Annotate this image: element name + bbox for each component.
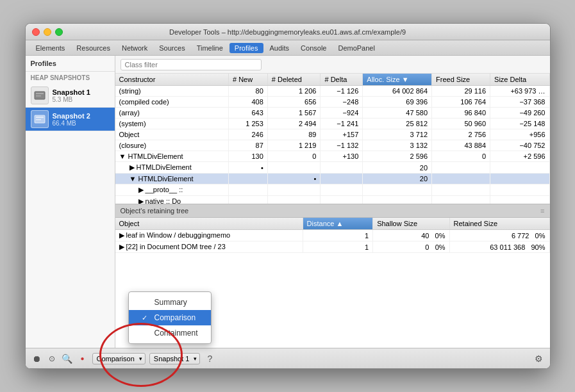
cell-delta bbox=[321, 162, 363, 174]
cell-alloc-size: 3 132 bbox=[363, 140, 432, 151]
menu-timeline[interactable]: Timeline bbox=[192, 43, 228, 53]
cell-constructor: Object bbox=[115, 129, 229, 140]
snapshot-icon-2 bbox=[31, 110, 49, 128]
cell-constructor: (array) bbox=[115, 108, 229, 118]
cell-constructor: ▶ __proto__ :: bbox=[115, 184, 229, 196]
col-new[interactable]: # New bbox=[228, 74, 267, 86]
ret-cell-distance: 1 bbox=[303, 230, 373, 241]
close-button[interactable] bbox=[32, 28, 40, 36]
cell-new: 80 bbox=[228, 86, 267, 97]
col-constructor[interactable]: Constructor bbox=[115, 74, 229, 86]
table-row[interactable]: ▼ HTMLDivElement 130 0 +130 2 596 0 +2 5… bbox=[115, 151, 550, 162]
snapshot-icon-1 bbox=[31, 86, 49, 104]
cell-delta: −1 126 bbox=[321, 86, 363, 97]
table-row[interactable]: (compiled code) 408 656 −248 69 396 106 … bbox=[115, 97, 550, 108]
traffic-lights bbox=[32, 28, 63, 36]
window-title: Developer Tools – http://debuggingmemory… bbox=[169, 28, 406, 36]
table-row[interactable]: (string) 80 1 206 −1 126 64 002 864 29 1… bbox=[115, 86, 550, 97]
cell-deleted: 89 bbox=[267, 129, 321, 140]
snapshot-item-1[interactable]: Snapshot 1 5.3 MB bbox=[26, 84, 115, 108]
title-bar: Developer Tools – http://debuggingmemory… bbox=[26, 24, 550, 40]
view-mode-selector[interactable]: Comparison ▾ bbox=[92, 353, 146, 364]
cell-deleted: 1 219 bbox=[267, 140, 321, 151]
ret-cell-shallow: 40 0% bbox=[373, 230, 449, 241]
scroll-indicator: ≡ bbox=[540, 207, 544, 215]
sidebar: Profiles HEAP SNAPSHOTS Snapshot 1 5.3 M… bbox=[26, 56, 115, 348]
maximize-button[interactable] bbox=[55, 28, 63, 36]
menu-network[interactable]: Network bbox=[117, 43, 153, 53]
search-icon[interactable]: 🔍 bbox=[62, 353, 73, 364]
cell-alloc-size bbox=[363, 196, 432, 204]
retaining-row[interactable]: ▶ leaf in Window / debuggingmemo 1 40 0%… bbox=[115, 230, 550, 241]
menu-profiles[interactable]: Profiles bbox=[229, 43, 263, 53]
ret-col-distance[interactable]: Distance ▲ bbox=[303, 218, 373, 230]
retaining-row[interactable]: ▶ [22] in Document DOM tree / 23 1 0 0% … bbox=[115, 241, 550, 253]
cell-size-delta bbox=[490, 184, 549, 196]
menu-sources[interactable]: Sources bbox=[154, 43, 190, 53]
table-row[interactable]: ▶ HTMLDivElement • 20 bbox=[115, 162, 550, 174]
cell-deleted: 0 bbox=[267, 151, 321, 162]
dropdown-item-summary[interactable]: Summary bbox=[129, 295, 211, 310]
cell-constructor: (string) bbox=[115, 86, 229, 97]
menu-resources[interactable]: Resources bbox=[71, 43, 115, 53]
dropdown-item-comparison[interactable]: ✓ Comparison bbox=[129, 310, 211, 325]
cell-deleted: 656 bbox=[267, 97, 321, 108]
cell-alloc-size: 69 396 bbox=[363, 97, 432, 108]
table-row[interactable]: (array) 643 1 567 −924 47 580 96 840 −49… bbox=[115, 108, 550, 118]
settings-icon[interactable]: ⚙ bbox=[533, 353, 545, 364]
cell-new: • bbox=[228, 162, 267, 174]
col-delta[interactable]: # Delta bbox=[321, 74, 363, 86]
cell-new: 643 bbox=[228, 108, 267, 118]
table-row[interactable]: ▼ HTMLDivElement • 20 bbox=[115, 174, 550, 184]
table-row[interactable]: ▶ native :: Do bbox=[115, 196, 550, 204]
menu-demopanel[interactable]: DemoPanel bbox=[333, 43, 379, 53]
table-row[interactable]: (closure) 87 1 219 −1 132 3 132 43 884 −… bbox=[115, 140, 550, 151]
table-row[interactable]: Object 246 89 +157 3 712 2 756 +956 bbox=[115, 129, 550, 140]
class-filter-input[interactable] bbox=[121, 59, 262, 70]
ret-cell-retained: 6 772 0% bbox=[449, 230, 549, 241]
dropdown-item-containment[interactable]: Containment bbox=[129, 325, 211, 341]
heap-table[interactable]: Constructor # New # Deleted # Delta Allo… bbox=[115, 74, 550, 204]
containment-label: Containment bbox=[154, 329, 198, 338]
record-icon[interactable]: ⏺ bbox=[31, 353, 42, 364]
ret-cell-shallow: 0 0% bbox=[373, 241, 449, 253]
cell-alloc-size bbox=[363, 184, 432, 196]
class-filter-bar bbox=[115, 56, 550, 74]
cell-freed-size bbox=[432, 174, 490, 184]
snapshot-selector[interactable]: Snapshot 1 ▾ bbox=[149, 353, 201, 364]
cell-alloc-size: 20 bbox=[363, 162, 432, 174]
menu-console[interactable]: Console bbox=[296, 43, 331, 53]
cell-freed-size: 43 884 bbox=[432, 140, 490, 151]
table-row[interactable]: ▶ __proto__ :: bbox=[115, 184, 550, 196]
snapshot-item-2[interactable]: Snapshot 2 66.4 MB bbox=[26, 108, 115, 131]
clear-icon[interactable]: ⊙ bbox=[46, 353, 58, 364]
filter-icon[interactable]: ● bbox=[77, 353, 88, 364]
cell-freed-size: 50 960 bbox=[432, 118, 490, 129]
minimize-button[interactable] bbox=[44, 28, 51, 36]
cell-freed-size: 96 840 bbox=[432, 108, 490, 118]
col-deleted[interactable]: # Deleted bbox=[267, 74, 321, 86]
cell-freed-size: 2 756 bbox=[432, 129, 490, 140]
snapshot-selector-label: Snapshot 1 bbox=[154, 355, 190, 363]
ret-cell-retained: 63 011 368 90% bbox=[449, 241, 549, 253]
cell-freed-size: 0 bbox=[432, 151, 490, 162]
cell-delta: −1 241 bbox=[321, 118, 363, 129]
ret-col-object[interactable]: Object bbox=[115, 218, 303, 230]
ret-col-retained[interactable]: Retained Size bbox=[449, 218, 549, 230]
cell-size-delta: −40 752 bbox=[490, 140, 549, 151]
snapshot-info-2: Snapshot 2 66.4 MB bbox=[53, 112, 90, 127]
help-icon[interactable]: ? bbox=[204, 353, 215, 364]
comparison-check: ✓ bbox=[142, 314, 151, 322]
ret-cell-distance: 1 bbox=[303, 241, 373, 253]
menu-audits[interactable]: Audits bbox=[265, 43, 295, 53]
col-freed-size[interactable]: Freed Size bbox=[432, 74, 490, 86]
cell-new bbox=[228, 196, 267, 204]
cell-deleted: 2 494 bbox=[267, 118, 321, 129]
menu-elements[interactable]: Elements bbox=[31, 43, 71, 53]
cell-constructor: ▶ native :: Do bbox=[115, 196, 229, 204]
cell-deleted: 1 567 bbox=[267, 108, 321, 118]
ret-col-shallow[interactable]: Shallow Size bbox=[373, 218, 449, 230]
col-size-delta[interactable]: Size Delta bbox=[490, 74, 549, 86]
table-row[interactable]: (system) 1 253 2 494 −1 241 25 812 50 96… bbox=[115, 118, 550, 129]
col-alloc-size[interactable]: Alloc. Size ▼ bbox=[363, 74, 432, 86]
